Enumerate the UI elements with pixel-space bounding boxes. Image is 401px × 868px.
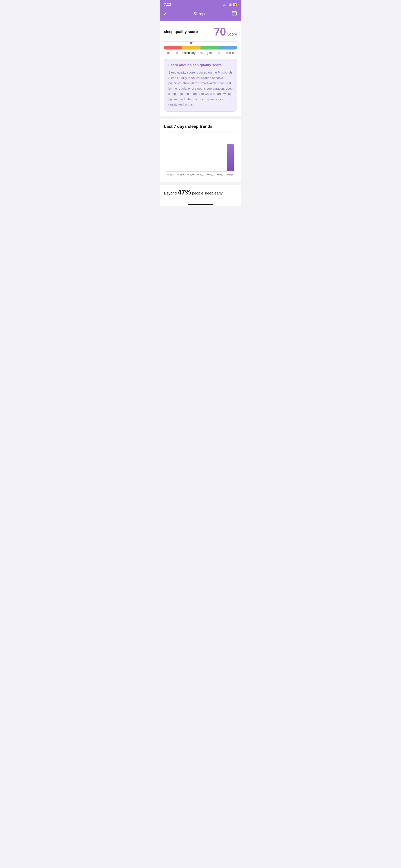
chart-bar-0424: [227, 144, 234, 171]
header-title: Sleep: [193, 11, 205, 16]
bar-excellent: [219, 46, 237, 50]
bar-label-poor: poor: [165, 51, 171, 55]
trends-divider: [164, 132, 237, 132]
bar-label-good: good: [207, 51, 213, 55]
chart-bar-wrapper-0423: [216, 136, 225, 171]
chart-label-0422: 04/22: [206, 173, 216, 176]
chart-bar-wrapper-0419: [176, 136, 186, 171]
chart-label-0421: 04/21: [195, 173, 206, 176]
battery-indicator: 8: [233, 3, 237, 6]
trends-title: Last 7 days sleep trends: [164, 124, 237, 129]
bar-secondary: [182, 46, 201, 50]
score-suffix: Score: [227, 32, 237, 36]
score-indicator-arrow: [189, 42, 193, 44]
bar-poor: [164, 46, 182, 50]
trends-section: Last 7 days sleep trends: [160, 119, 241, 182]
color-bar-container: poor 60 secondary 75 good 90 excellent: [164, 46, 237, 55]
info-card: Learn about sleep quality score Sleep qu…: [164, 59, 237, 112]
chart-bar-wrapper-0422: [206, 136, 216, 171]
chart-bar-wrapper-0420: [185, 136, 195, 171]
bottom-stat-percentage: 47%: [178, 188, 191, 196]
bar-good: [201, 46, 219, 50]
score-value-container: 70 Score: [214, 26, 237, 37]
chart-bar-wrapper-0421: [195, 136, 206, 171]
bar-label-excellent: excellent: [225, 51, 236, 55]
chart-label-0420: 04/20: [185, 173, 195, 176]
chart-labels: 04/18 04/19 04/20 04/21 04/22 04/23 04/2…: [164, 172, 237, 176]
svg-rect-0: [232, 11, 237, 15]
chart-bar-wrapper-0418: [165, 136, 176, 171]
color-bar: [164, 46, 237, 50]
section-gap-2: [160, 182, 241, 185]
chart-label-0418: 04/18: [165, 173, 176, 176]
chart-label-0424: 04/24: [225, 173, 236, 176]
bottom-stat: Beyond 47% people sleep early: [160, 185, 241, 201]
score-header: sleep quality score 70 Score: [164, 26, 237, 37]
bar-label-90: 90: [217, 52, 220, 55]
chart-container: 04/18 04/19 04/20 04/21 04/22 04/23 04/2…: [164, 136, 237, 178]
bar-label-60: 60: [175, 52, 178, 55]
close-button[interactable]: ×: [164, 11, 167, 17]
chart-bar-wrapper-0424: [225, 136, 236, 171]
info-card-title: Learn about sleep quality score: [168, 63, 233, 67]
main-content: sleep quality score 70 Score poor 60 sec…: [160, 21, 241, 116]
bar-label-75: 75: [200, 52, 203, 55]
home-indicator: [160, 201, 241, 207]
status-time: 7:12: [164, 2, 171, 7]
calendar-button[interactable]: [232, 10, 237, 17]
status-bar: 7:12 📶 8: [160, 0, 241, 8]
score-label: sleep quality score: [164, 30, 198, 34]
chart-label-0423: 04/23: [216, 173, 225, 176]
bottom-stat-suffix: people sleep early: [192, 191, 223, 195]
chart-bars: [164, 136, 237, 171]
info-card-body: Sleep quality score is based on the Pitt…: [168, 70, 233, 107]
chart-label-0419: 04/19: [176, 173, 186, 176]
signal-icon: [223, 3, 227, 6]
calendar-icon: [232, 10, 237, 16]
home-bar: [188, 204, 213, 205]
bar-label-secondary: secondary: [182, 51, 195, 55]
wifi-icon: 📶: [228, 3, 232, 6]
score-number: 70: [214, 26, 226, 37]
status-icons: 📶 8: [223, 3, 237, 6]
section-gap: [160, 116, 241, 119]
app-header: × Sleep: [160, 8, 241, 21]
bar-labels: poor 60 secondary 75 good 90 excellent: [164, 51, 237, 55]
bottom-stat-prefix: Beyond: [164, 191, 178, 195]
